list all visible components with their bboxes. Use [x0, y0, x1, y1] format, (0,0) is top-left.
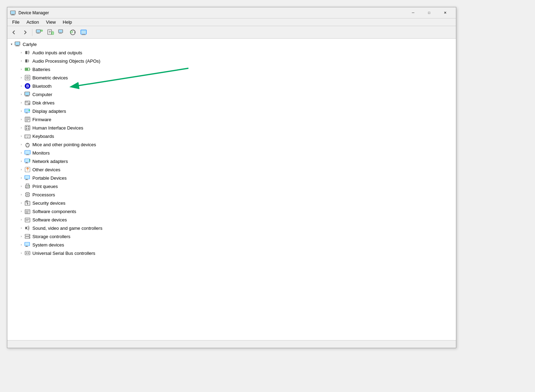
tree-item-print-queues[interactable]: › Print queues [7, 182, 456, 190]
app-icon [10, 10, 16, 16]
tree-item-monitors[interactable]: › Monitors [7, 149, 456, 157]
close-button[interactable]: ✕ [437, 7, 453, 18]
svg-rect-22 [81, 30, 86, 33]
forward-button[interactable] [20, 28, 30, 37]
svg-rect-57 [26, 126, 27, 127]
tree-item-other[interactable]: › ? Other devices [7, 165, 456, 174]
svg-text:?: ? [27, 167, 29, 171]
show-alphabetically-button[interactable] [56, 28, 67, 37]
scan-button[interactable] [79, 28, 89, 37]
svg-rect-23 [82, 34, 85, 35]
tree-item-audio-processing[interactable]: › Audio Processing Objects (APOs) [7, 57, 456, 65]
help-button[interactable]: ? [45, 28, 56, 37]
tree-item-portable[interactable]: › Portable Devices [7, 174, 456, 182]
tree-item-usb[interactable]: › Universal Serial Bus controllers [7, 249, 456, 257]
tree-item-processors[interactable]: › Processors [7, 190, 456, 199]
svg-rect-67 [27, 137, 28, 138]
biometric-icon [24, 74, 31, 81]
tree-item-bluetooth[interactable]: › B Bluetooth [7, 82, 456, 90]
tree-item-security[interactable]: › Security devices [7, 199, 456, 207]
other-devices-icon: ? [24, 166, 31, 173]
svg-rect-41 [26, 95, 29, 96]
svg-rect-49 [26, 112, 28, 113]
svg-rect-32 [30, 69, 30, 70]
chevron-down-icon: ▾ [9, 41, 14, 47]
svg-rect-55 [26, 120, 28, 121]
chevron-right-icon: › [18, 66, 24, 72]
chevron-right-icon: › [18, 167, 24, 172]
svg-rect-58 [28, 126, 29, 127]
item-label: Keyboards [32, 134, 54, 139]
item-label: Bluetooth [32, 84, 52, 89]
item-label: Firmware [32, 117, 51, 122]
menu-action[interactable]: Action [23, 19, 42, 25]
minimize-button[interactable]: ─ [405, 7, 421, 18]
tree-item-display-adapters[interactable]: › Display adapters [7, 107, 456, 115]
audio-icon [24, 49, 31, 56]
audio-apo-icon [24, 57, 31, 64]
update-button[interactable] [68, 28, 78, 37]
tree-item-software-components[interactable]: › Software components [7, 207, 456, 215]
svg-rect-122 [26, 220, 28, 221]
svg-rect-116 [26, 211, 29, 211]
svg-rect-15 [59, 30, 62, 32]
chevron-right-icon: › [18, 108, 24, 114]
svg-rect-40 [25, 92, 29, 95]
hid-icon [24, 124, 31, 131]
chevron-right-icon: › [18, 125, 24, 131]
svg-point-126 [29, 235, 30, 235]
back-button[interactable] [9, 28, 19, 37]
tree-item-disk-drives[interactable]: › Disk drives [7, 99, 456, 107]
tree-item-firmware[interactable]: › Firmware [7, 115, 456, 124]
menu-view[interactable]: View [42, 19, 59, 25]
tree-item-computer[interactable]: › Computer [7, 90, 456, 99]
bluetooth-icon: B [24, 83, 31, 89]
chevron-right-icon: › [18, 209, 24, 214]
tree-item-hid[interactable]: › Human Interface Devices [7, 124, 456, 132]
usb-icon [24, 250, 31, 257]
item-label: Batteries [32, 67, 50, 72]
maximize-button[interactable]: □ [421, 7, 437, 18]
svg-rect-80 [29, 159, 30, 160]
svg-rect-118 [26, 213, 29, 213]
tree-item-network[interactable]: › Network adapters [7, 157, 456, 165]
tree-item-keyboards[interactable]: › Keyboards [7, 132, 456, 140]
tree-item-mice[interactable]: › Mice and other pointing devices [7, 140, 456, 149]
tree-item-batteries[interactable]: › Batteries [7, 65, 456, 73]
chevron-right-icon: › [18, 183, 24, 189]
svg-rect-78 [26, 162, 28, 163]
tree-item-storage[interactable]: › Storage controllers [7, 232, 456, 241]
svg-text:B: B [26, 84, 29, 88]
svg-rect-5 [37, 30, 40, 32]
tree-item-system[interactable]: › System devices [7, 241, 456, 249]
tree-root-carlyle[interactable]: ▾ Carlyle [7, 40, 456, 48]
status-bar [7, 340, 456, 348]
chevron-right-icon: › [18, 217, 24, 222]
chevron-right-icon: › [18, 175, 24, 181]
svg-rect-133 [25, 246, 28, 247]
title-bar: Device Manager ─ □ ✕ [7, 7, 456, 18]
processor-icon [24, 191, 31, 198]
tree-item-biometric[interactable]: › Biometric devices [7, 73, 456, 82]
svg-rect-27 [16, 45, 19, 46]
tree-area[interactable]: ▾ Carlyle › Audio in [7, 39, 456, 340]
svg-rect-136 [26, 252, 27, 254]
firmware-icon [24, 116, 31, 123]
menu-file[interactable]: File [9, 19, 23, 25]
menu-help[interactable]: Help [59, 19, 76, 25]
chevron-right-icon: › [18, 225, 24, 231]
item-label: Portable Devices [32, 175, 67, 181]
item-label: Computer [32, 92, 52, 97]
show-by-type-button[interactable] [34, 28, 45, 37]
item-label: System devices [32, 242, 64, 248]
tree-item-software-devices[interactable]: › Software devices [7, 215, 456, 224]
item-label: Security devices [32, 201, 65, 206]
svg-rect-26 [15, 42, 20, 45]
tree-item-sound[interactable]: › Sound, video and game controllers [7, 224, 456, 232]
system-icon [24, 241, 31, 248]
svg-point-36 [27, 77, 28, 78]
tree-item-audio-inputs[interactable]: › Audio inputs and outputs [7, 48, 456, 57]
svg-rect-81 [29, 160, 30, 161]
svg-rect-68 [29, 137, 30, 138]
chevron-right-icon: › [18, 117, 24, 122]
